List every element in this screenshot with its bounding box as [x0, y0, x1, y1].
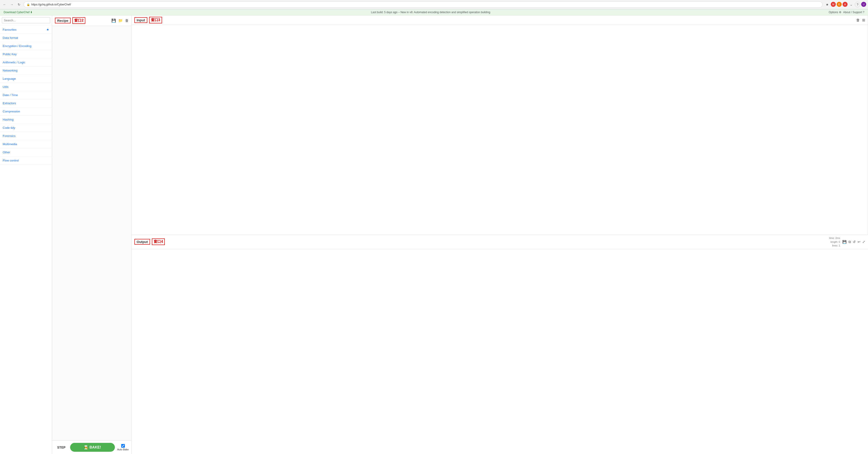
sidebar-item-favourites[interactable]: Favourites★ — [0, 25, 52, 34]
sidebar-item-label: Multimedia — [3, 142, 17, 146]
sidebar-item-language[interactable]: Language — [0, 75, 52, 83]
output-time-value: 2ms — [835, 237, 840, 239]
sidebar-item-label: Utils — [3, 85, 8, 89]
recipe-panel: Recipe 窗口2 💾 📁 🗑 STEP 🧑‍🍳 BAKE! Auto Bak… — [52, 16, 132, 454]
sidebar-item-compression[interactable]: Compression — [0, 108, 52, 116]
auto-bake-label: Auto Bake — [117, 448, 129, 451]
output-copy-button[interactable]: ⧉ — [848, 240, 851, 244]
sidebar-item-label: Extractors — [3, 101, 16, 105]
sidebar-item-label: Encryption / Encoding — [3, 44, 31, 48]
addon-button[interactable]: A — [843, 2, 847, 7]
sidebar-item-public-key[interactable]: Public Key — [0, 50, 52, 58]
recipe-footer: STEP 🧑‍🍳 BAKE! Auto Bake — [52, 441, 131, 454]
input-window-label: 窗口3 — [149, 17, 162, 23]
sidebar-item-date-time[interactable]: Date / Time — [0, 91, 52, 99]
output-lines-value: 1 — [839, 244, 840, 247]
right-panels: Input 窗口3 🗑 ⊞ Output 窗口4 time: — [132, 16, 868, 454]
sidebar-item-label: Hashing — [3, 118, 13, 121]
auto-bake-checkbox[interactable] — [121, 444, 125, 448]
input-area: Input 窗口3 🗑 ⊞ — [132, 16, 868, 235]
output-length-label: length: — [831, 241, 838, 243]
output-time-label: time: — [829, 237, 835, 239]
app: Favourites★Data formatEncryption / Encod… — [0, 16, 868, 454]
recipe-icons: 💾 📁 🗑 — [112, 19, 129, 23]
banner: Download CyberChef ⬇ Last build: 5 days … — [0, 9, 868, 16]
recipe-save-button[interactable]: 💾 — [112, 19, 116, 23]
output-header: Output 窗口4 time: 2ms length: 0 lines: 1 … — [132, 235, 868, 249]
sidebar-item-label: Networking — [3, 69, 18, 72]
sidebar-item-label: Public Key — [3, 53, 17, 56]
sidebar-item-encryption-encoding[interactable]: Encryption / Encoding — [0, 42, 52, 50]
recipe-body — [52, 26, 131, 441]
output-undo-button[interactable]: ↩ — [858, 240, 861, 244]
user-avatar-button[interactable]: U — [861, 2, 866, 7]
search-input[interactable] — [2, 17, 50, 23]
forward-button[interactable]: → — [9, 2, 14, 7]
sidebar-item-hashing[interactable]: Hashing — [0, 116, 52, 124]
recipe-open-button[interactable]: 📁 — [118, 19, 123, 23]
about-support-link[interactable]: About / Support ? — [843, 11, 864, 14]
output-expand-button[interactable]: ⤢ — [862, 240, 865, 244]
output-icons: 💾 ⧉ ↺ ↩ ⤢ — [842, 240, 865, 244]
output-lines-label: lines: — [832, 244, 838, 247]
app-body: Favourites★Data formatEncryption / Encod… — [0, 16, 868, 454]
input-grid-button[interactable]: ⊞ — [862, 18, 865, 22]
output-reload-button[interactable]: ↺ — [853, 240, 856, 244]
build-info: Last build: 5 days ago – New in v8: Auto… — [32, 11, 829, 14]
url-text: https://gchq.github.io/CyberChef/ — [31, 3, 71, 6]
output-window-label: 窗口4 — [152, 239, 165, 245]
output-body — [132, 249, 868, 454]
sidebar-item-other[interactable]: Other — [0, 148, 52, 156]
extensions-button[interactable]: E — [837, 2, 842, 7]
sidebar-item-label: Other — [3, 151, 10, 154]
sidebar-item-data-format[interactable]: Data format — [0, 34, 52, 42]
sidebar-item-arithmetic-logic[interactable]: Arithmetic / Logic — [0, 58, 52, 66]
sidebar-item-utils[interactable]: Utils — [0, 83, 52, 91]
bookmark-button[interactable]: ★ — [825, 2, 830, 7]
sidebar-item-label: Code tidy — [3, 126, 15, 129]
lock-icon: 🔒 — [27, 3, 30, 6]
address-bar[interactable]: 🔒 https://gchq.github.io/CyberChef/ — [24, 1, 823, 8]
output-tab-button[interactable]: Output — [134, 239, 150, 245]
auto-bake-container: Auto Bake — [117, 444, 129, 451]
sidebar-item-label: Favourites — [3, 28, 17, 31]
sidebar-item-networking[interactable]: Networking — [0, 66, 52, 75]
output-length-value: 0 — [839, 241, 840, 243]
step-button[interactable]: STEP — [55, 444, 68, 451]
sidebar-item-label: Arithmetic / Logic — [3, 61, 25, 64]
recipe-trash-button[interactable]: 🗑 — [125, 19, 129, 23]
sidebar: Favourites★Data formatEncryption / Encod… — [0, 16, 52, 454]
back-button[interactable]: ← — [2, 2, 7, 7]
sidebar-item-label: Compression — [3, 110, 20, 113]
output-area: Output 窗口4 time: 2ms length: 0 lines: 1 … — [132, 235, 868, 454]
sidebar-item-label: Flow control — [3, 159, 19, 162]
sidebar-item-forensics[interactable]: Forensics — [0, 132, 52, 140]
sidebar-search-container — [0, 16, 52, 25]
options-link[interactable]: Options ⚙ — [829, 11, 841, 14]
bake-button[interactable]: 🧑‍🍳 BAKE! — [70, 443, 115, 452]
sidebar-item-label: Language — [3, 77, 16, 81]
help-button[interactable]: ? — [855, 2, 860, 7]
sidebar-item-multimedia[interactable]: Multimedia — [0, 140, 52, 148]
reload-button[interactable]: ↻ — [17, 2, 22, 7]
input-body[interactable] — [132, 25, 868, 235]
banner-right: Options ⚙ About / Support ? — [829, 11, 864, 14]
sidebar-item-extractors[interactable]: Extractors — [0, 99, 52, 108]
profile-circle-button[interactable]: M — [831, 2, 836, 7]
input-header: Input 窗口3 🗑 ⊞ — [132, 16, 868, 25]
browser-toolbar: ← → ↻ 🔒 https://gchq.github.io/CyberChef… — [0, 0, 868, 9]
recipe-header: Recipe 窗口2 💾 📁 🗑 — [52, 16, 131, 26]
output-save-button[interactable]: 💾 — [842, 240, 847, 244]
sidebar-item-label: Date / Time — [3, 93, 18, 97]
recipe-window-label: 窗口2 — [72, 17, 85, 24]
down-arrow-button[interactable]: ⌄ — [848, 2, 854, 7]
sidebar-item-flow-control[interactable]: Flow control — [0, 156, 52, 165]
input-trash-button[interactable]: 🗑 — [856, 18, 860, 22]
recipe-tab-button[interactable]: Recipe — [55, 18, 71, 23]
input-tab-button[interactable]: Input — [134, 17, 147, 23]
download-link[interactable]: Download CyberChef ⬇ — [4, 11, 32, 14]
output-stats: time: 2ms length: 0 lines: 1 — [829, 236, 840, 247]
sidebar-item-label: Forensics — [3, 134, 16, 138]
browser-chrome: ← → ↻ 🔒 https://gchq.github.io/CyberChef… — [0, 0, 868, 9]
sidebar-item-code-tidy[interactable]: Code tidy — [0, 124, 52, 132]
